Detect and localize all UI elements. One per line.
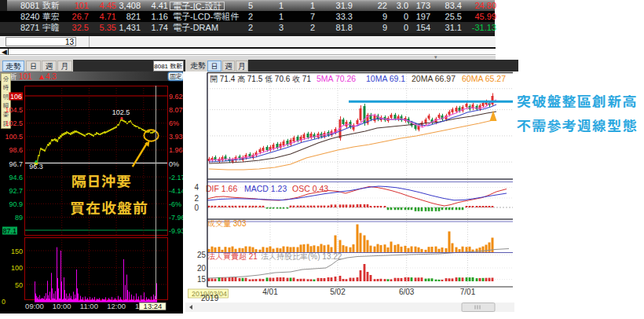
svg-text:3.93%: 3.93%	[169, 133, 183, 141]
svg-text:20MA 66.97: 20MA 66.97	[412, 74, 456, 83]
svg-text:96.7: 96.7	[9, 160, 23, 168]
svg-text:15: 15	[197, 275, 207, 284]
svg-text:11:00: 11:00	[80, 302, 98, 310]
svg-text:買在收盤前: 買在收盤前	[70, 196, 148, 218]
svg-text:OSC 0.43: OSC 0.43	[292, 184, 328, 193]
svg-text:102.5: 102.5	[112, 108, 130, 116]
svg-text:104.5: 104.5	[5, 106, 23, 114]
svg-text:6/03: 6/03	[399, 288, 415, 296]
svg-text:4: 4	[194, 183, 199, 192]
svg-text:20: 20	[197, 264, 207, 273]
svg-text:0: 0	[2, 298, 5, 306]
svg-text:13:24: 13:24	[144, 302, 163, 310]
svg-text:25: 25	[197, 251, 207, 259]
svg-text:10MA 69.1: 10MA 69.1	[366, 74, 405, 83]
svg-text:-9.93: -9.93	[169, 227, 183, 235]
svg-text:-7.96: -7.96	[169, 214, 183, 222]
svg-text:150: 150	[11, 248, 23, 255]
svg-text:明: 明	[3, 92, 9, 101]
svg-text:0: 0	[194, 204, 199, 212]
svg-text:102.5: 102.5	[5, 119, 23, 127]
svg-text:MACD 1.23: MACD 1.23	[244, 184, 287, 193]
svg-text:隔日沖要: 隔日沖要	[71, 170, 131, 191]
svg-text:-4.14: -4.14	[169, 187, 183, 195]
svg-text:100: 100	[11, 264, 23, 272]
svg-text:94.6: 94.6	[9, 174, 23, 182]
svg-text:100.5: 100.5	[5, 133, 23, 141]
svg-text:DIF 1.66: DIF 1.66	[206, 184, 237, 193]
svg-text:90.9: 90.9	[9, 200, 23, 208]
svg-text:87.1: 87.1	[2, 227, 16, 235]
svg-text:分: 分	[3, 74, 9, 82]
svg-text:09:00: 09:00	[25, 302, 44, 310]
svg-text:-2.17: -2.17	[169, 174, 183, 182]
svg-text:60MA 65.27: 60MA 65.27	[462, 74, 506, 83]
svg-text:1.96%: 1.96%	[169, 146, 183, 154]
svg-text:▲4.3: ▲4.3	[38, 72, 57, 81]
svg-text:106: 106	[10, 93, 22, 101]
svg-text:9.62%: 9.62%	[169, 93, 183, 101]
svg-text:89: 89	[15, 214, 23, 222]
svg-text:7/01: 7/01	[460, 288, 476, 296]
svg-text:8.07%: 8.07%	[169, 106, 183, 114]
svg-text:-6%: -6%	[169, 200, 181, 208]
svg-text:10:00: 10:00	[53, 302, 71, 310]
svg-text:5MA 70.26: 5MA 70.26	[317, 74, 356, 83]
svg-text:50: 50	[15, 281, 23, 289]
svg-text:0%: 0%	[169, 160, 179, 168]
svg-text:5/02: 5/02	[330, 288, 346, 296]
svg-text:法人持股比率(%) 13.22: 法人持股比率(%) 13.22	[261, 252, 342, 261]
svg-text:101: 101	[19, 72, 32, 81]
svg-text:法人買賣超 21: 法人買賣超 21	[207, 252, 258, 261]
svg-text:4/01: 4/01	[262, 288, 278, 296]
svg-text:2: 2	[194, 194, 199, 203]
svg-text:12:00: 12:00	[107, 302, 126, 310]
svg-text:固定: 固定	[170, 72, 182, 80]
svg-text:開 71.4 高 71.5 低 70.6 收 71: 開 71.4 高 71.5 低 70.6 收 71	[210, 75, 311, 83]
svg-text:96.3: 96.3	[29, 163, 43, 170]
svg-text:92.7: 92.7	[9, 187, 23, 195]
svg-text:98.6: 98.6	[9, 146, 23, 154]
svg-text:成交量 303: 成交量 303	[207, 219, 247, 228]
svg-text:6%: 6%	[169, 119, 179, 127]
svg-text:時: 時	[3, 82, 9, 91]
svg-text:2019: 2019	[201, 294, 219, 302]
